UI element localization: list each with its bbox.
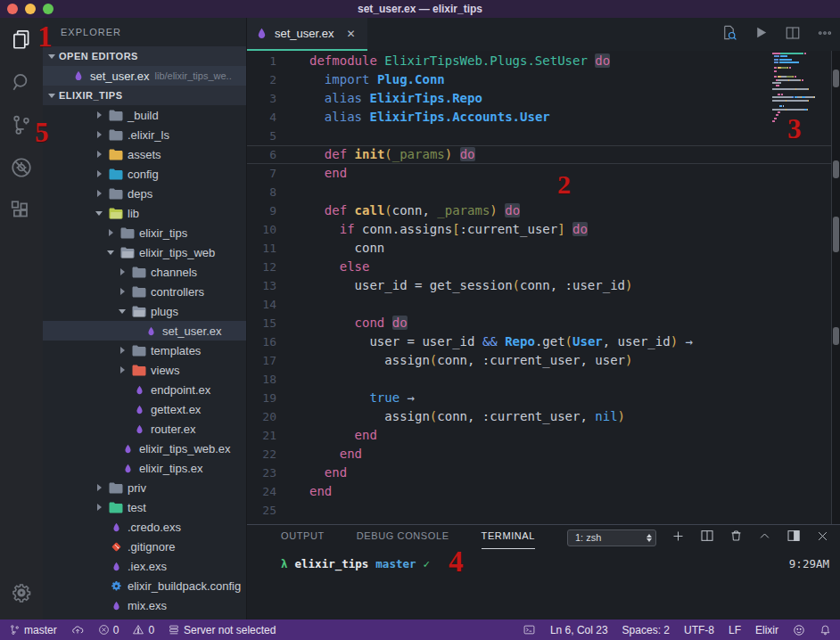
editor-scrollbar[interactable] (831, 51, 840, 524)
tree-item-router-ex[interactable]: router.ex (43, 419, 246, 439)
tree-item-elixir-buildpack-config[interactable]: elixir_buildpack.config (43, 576, 246, 595)
tree-item-test[interactable]: test (43, 497, 246, 517)
split-terminal-icon[interactable] (700, 529, 714, 546)
tree-item-label: deps (128, 187, 152, 201)
tree-item-channels[interactable]: channels (43, 262, 246, 282)
notifications-bell-icon[interactable] (819, 624, 831, 636)
chevron-right-icon (120, 366, 125, 373)
tree-item-elixir-tips-web[interactable]: elixir_tips_web (43, 242, 246, 262)
code-editor[interactable]: 1234567891011121314151617181920212223242… (247, 51, 840, 524)
tree-item-deps[interactable]: deps (43, 184, 246, 203)
tree-item-label: templates (151, 344, 201, 357)
tree-item-controllers[interactable]: controllers (43, 282, 246, 301)
elixir-file-icon (130, 423, 148, 435)
chevron-right-icon (97, 170, 102, 177)
open-editors-header[interactable]: OPEN EDITORS (43, 46, 246, 66)
debug-icon[interactable] (0, 146, 43, 189)
scrollbar-thumb[interactable] (833, 327, 839, 345)
close-window-button[interactable] (7, 4, 18, 14)
folder-icon (107, 502, 125, 513)
explorer-icon[interactable] (0, 18, 43, 61)
encoding-status[interactable]: UTF-8 (684, 624, 714, 636)
tree-item--build[interactable]: _build (43, 105, 246, 125)
zoom-window-button[interactable] (43, 4, 54, 14)
errors-status[interactable]: 0 (98, 624, 119, 636)
indentation-status[interactable]: Spaces: 2 (622, 624, 670, 636)
new-terminal-icon[interactable] (671, 529, 685, 546)
warnings-status[interactable]: 0 (132, 624, 154, 636)
panel-tabs: OUTPUTDEBUG CONSOLETERMINAL (281, 530, 535, 549)
clean-checkmark: ✓ (423, 557, 430, 570)
eol-status[interactable]: LF (729, 624, 741, 636)
tree-item-lib[interactable]: lib (43, 203, 246, 223)
scrollbar-thumb[interactable] (833, 160, 839, 178)
tree-item-label: controllers (151, 285, 204, 299)
more-actions-icon[interactable] (817, 25, 833, 45)
tree-item-assets[interactable]: assets (43, 144, 246, 164)
tab-set-user-ex[interactable]: set_user.ex ✕ (247, 18, 367, 51)
run-play-icon[interactable] (754, 25, 769, 44)
panel-tab-output[interactable]: OUTPUT (281, 530, 325, 549)
tree-item-label: elixir_buildpack.config (128, 579, 241, 593)
lambda-prompt: λ (281, 557, 288, 570)
folder-icon (107, 168, 125, 180)
open-editor-item[interactable]: set_user.ex lib/elixir_tips_we.. (43, 66, 246, 86)
tree-item-elixir-tips-web-ex[interactable]: elixir_tips_web.ex (43, 439, 246, 458)
maximize-panel-icon[interactable] (786, 529, 801, 546)
cursor-position[interactable]: Ln 6, Col 23 (550, 624, 608, 636)
language-mode[interactable]: Elixir (755, 624, 778, 636)
tree-item-endpoint-ex[interactable]: endpoint.ex (43, 380, 246, 399)
split-editor-icon[interactable] (785, 25, 801, 45)
kill-terminal-icon[interactable] (729, 529, 743, 546)
tree-item-mix-exs[interactable]: mix.exs (43, 595, 246, 615)
minimize-window-button[interactable] (25, 4, 36, 14)
terminal-shell-select[interactable]: 1: zsh (567, 529, 656, 546)
panel-tab-debug-console[interactable]: DEBUG CONSOLE (357, 530, 449, 549)
tree-item--elixir-ls[interactable]: .elixir_ls (43, 125, 246, 144)
vscode-window: set_user.ex — elixir_tips (0, 0, 840, 640)
tree-item-templates[interactable]: templates (43, 341, 246, 360)
tree-item-views[interactable]: views (43, 360, 246, 380)
folder-icon (107, 482, 125, 494)
project-section-header[interactable]: ELIXIR_TIPS (43, 86, 246, 105)
tree-item-plugs[interactable]: plugs (43, 301, 246, 321)
tree-item-label: .elixir_ls (128, 128, 169, 142)
tab-label: set_user.ex (275, 27, 334, 40)
tree-item-config[interactable]: config (43, 164, 246, 184)
collapse-panel-icon[interactable] (758, 529, 771, 546)
bottom-panel: OUTPUTDEBUG CONSOLETERMINAL 1: zsh (247, 524, 840, 619)
sync-cloud-icon[interactable] (70, 624, 85, 636)
tree-item-elixir-tips-ex[interactable]: elixir_tips.ex (43, 458, 246, 478)
elixir-file-icon (119, 463, 136, 474)
tree-item--gitignore[interactable]: .gitignore (43, 537, 246, 556)
chevron-right-icon (97, 131, 102, 138)
terminal-time: 9:29AM (789, 557, 829, 570)
tree-item-label: channels (151, 266, 197, 279)
tree-item-set-user-ex[interactable]: set_user.ex (43, 321, 246, 341)
scrollbar-thumb[interactable] (833, 217, 839, 252)
tree-item-label: .gitignore (128, 540, 175, 554)
tree-item-gettext-ex[interactable]: gettext.ex (43, 399, 246, 419)
tree-item--iex-exs[interactable]: .iex.exs (43, 556, 246, 576)
terminal-status-icon[interactable] (523, 624, 536, 636)
sidebar-title: EXPLORER (43, 18, 246, 46)
panel-tab-terminal[interactable]: TERMINAL (482, 530, 535, 549)
tree-item-priv[interactable]: priv (43, 478, 246, 497)
elixir-file-icon (119, 443, 136, 455)
git-branch-status[interactable]: master (9, 624, 57, 636)
search-in-file-icon[interactable] (721, 24, 737, 45)
tree-item-elixir-tips[interactable]: elixir_tips (43, 223, 246, 242)
tree-item-label: .iex.exs (128, 560, 167, 573)
search-icon[interactable] (0, 61, 43, 103)
server-status[interactable]: Server not selected (168, 624, 276, 636)
settings-gear-icon[interactable] (0, 571, 43, 614)
folder-icon (130, 286, 148, 298)
extensions-icon[interactable] (0, 189, 43, 232)
tab-close-icon[interactable]: ✕ (347, 28, 356, 40)
feedback-smiley-icon[interactable] (793, 624, 805, 636)
tree-item--credo-exs[interactable]: .credo.exs (43, 517, 246, 537)
close-panel-icon[interactable] (816, 529, 829, 546)
editor-area: set_user.ex ✕ (247, 18, 840, 619)
folder-icon (130, 365, 148, 376)
scrollbar-thumb[interactable] (833, 70, 839, 87)
